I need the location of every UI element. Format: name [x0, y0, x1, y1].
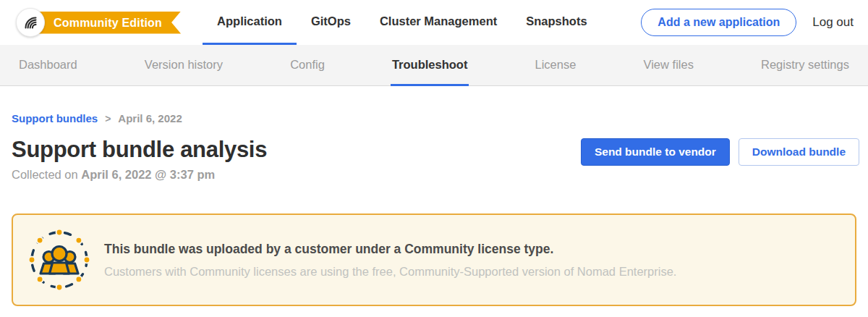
- subtab-config[interactable]: Config: [289, 45, 326, 86]
- add-new-application-button[interactable]: Add a new application: [641, 9, 796, 36]
- subtab-version-history[interactable]: Version history: [143, 45, 224, 86]
- community-edition-badge: Community Edition: [36, 12, 181, 34]
- page-title: Support bundle analysis: [12, 137, 581, 163]
- customers-community-icon: [29, 229, 90, 290]
- subtab-troubleshoot[interactable]: Troubleshoot: [391, 45, 469, 86]
- tab-gitops[interactable]: GitOps: [297, 0, 365, 45]
- top-nav-right: Add a new application Log out: [641, 0, 854, 45]
- main-content: Support bundles > April 6, 2022 Support …: [0, 86, 868, 306]
- download-bundle-button[interactable]: Download bundle: [739, 138, 859, 166]
- replicated-logo-icon[interactable]: [16, 8, 45, 37]
- community-license-notice: This bundle was uploaded by a customer u…: [12, 214, 856, 306]
- send-bundle-to-vendor-button[interactable]: Send bundle to vendor: [581, 138, 730, 166]
- subtab-registry-settings[interactable]: Registry settings: [760, 45, 851, 86]
- collected-timestamp: Collected on April 6, 2022 @ 3:37 pm: [12, 168, 581, 182]
- breadcrumb-current: April 6, 2022: [118, 112, 182, 124]
- tab-snapshots[interactable]: Snapshots: [511, 0, 601, 45]
- breadcrumb: Support bundles > April 6, 2022: [12, 112, 856, 124]
- top-navigation: Community Edition Application GitOps Clu…: [0, 0, 868, 45]
- app-sub-navigation: Dashboard Version history Config Trouble…: [0, 45, 868, 86]
- subtab-dashboard[interactable]: Dashboard: [17, 45, 79, 86]
- replicated-logo-glyph: [22, 14, 39, 31]
- subtab-view-files[interactable]: View files: [642, 45, 695, 86]
- title-row: Support bundle analysis Collected on Apr…: [12, 137, 856, 182]
- collected-date: April 6, 2022 @ 3:37 pm: [81, 168, 215, 181]
- subtab-license[interactable]: License: [534, 45, 578, 86]
- collected-prefix: Collected on: [12, 168, 81, 181]
- log-out-link[interactable]: Log out: [812, 15, 854, 30]
- notice-text: This bundle was uploaded by a customer u…: [104, 242, 676, 279]
- brand: Community Edition: [16, 0, 181, 45]
- notice-title: This bundle was uploaded by a customer u…: [104, 242, 676, 257]
- top-tabs: Application GitOps Cluster Management Sn…: [203, 0, 602, 45]
- bundle-actions: Send bundle to vendor Download bundle: [581, 137, 856, 166]
- notice-subtitle: Customers with Community licenses are us…: [104, 265, 676, 279]
- tab-application[interactable]: Application: [203, 0, 297, 45]
- breadcrumb-support-bundles-link[interactable]: Support bundles: [12, 112, 98, 124]
- tab-cluster-management[interactable]: Cluster Management: [365, 0, 511, 45]
- title-block: Support bundle analysis Collected on Apr…: [12, 137, 581, 182]
- breadcrumb-separator: >: [105, 113, 111, 124]
